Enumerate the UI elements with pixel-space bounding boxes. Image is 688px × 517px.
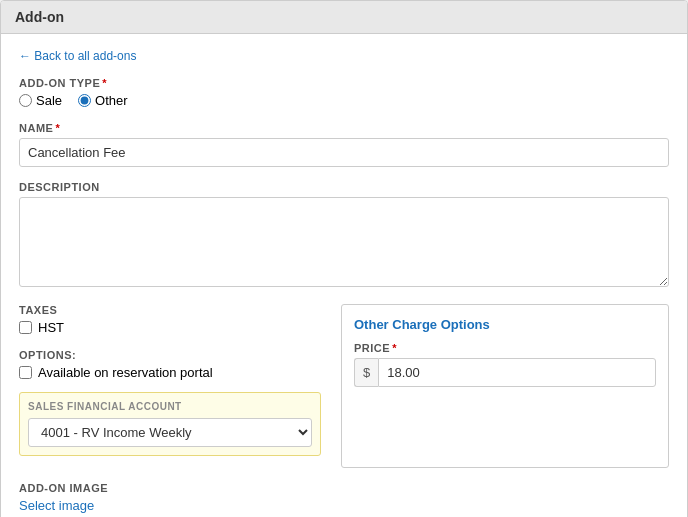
description-group: DESCRIPTION — [19, 181, 669, 290]
radio-sale-label[interactable]: Sale — [19, 93, 62, 108]
options-label: OPTIONS: — [19, 349, 321, 361]
description-label: DESCRIPTION — [19, 181, 669, 193]
addon-window: Add-on ← Back to all add-ons ADD-ON TYPE… — [0, 0, 688, 517]
radio-other-text: Other — [95, 93, 128, 108]
window-title: Add-on — [1, 1, 687, 34]
sales-account-label: SALES FINANCIAL ACCOUNT — [28, 401, 312, 412]
price-input[interactable] — [378, 358, 656, 387]
reservation-portal-checkbox[interactable] — [19, 366, 32, 379]
hst-label[interactable]: HST — [38, 320, 64, 335]
addon-type-label: ADD-ON TYPE* — [19, 77, 669, 89]
addon-type-required: * — [102, 77, 107, 89]
radio-sale[interactable] — [19, 94, 32, 107]
left-col: TAXES HST OPTIONS: Available on reservat… — [19, 304, 321, 468]
radio-other-label[interactable]: Other — [78, 93, 128, 108]
options-group: OPTIONS: Available on reservation portal — [19, 349, 321, 380]
reservation-portal-group: Available on reservation portal — [19, 365, 321, 380]
taxes-label: TAXES — [19, 304, 321, 316]
sales-account-select[interactable]: 4001 - RV Income Weekly — [28, 418, 312, 447]
select-image-link[interactable]: Select image — [19, 498, 94, 513]
price-label: PRICE* — [354, 342, 656, 354]
price-row: $ — [354, 358, 656, 387]
name-group: NAME* — [19, 122, 669, 167]
radio-sale-text: Sale — [36, 93, 62, 108]
sales-account-box: SALES FINANCIAL ACCOUNT 4001 - RV Income… — [19, 392, 321, 456]
radio-other[interactable] — [78, 94, 91, 107]
addon-type-radios: Sale Other — [19, 93, 669, 108]
content-area: ← Back to all add-ons ADD-ON TYPE* Sale … — [1, 34, 687, 517]
addon-image-label: ADD-ON IMAGE — [19, 482, 669, 494]
hst-checkbox[interactable] — [19, 321, 32, 334]
back-to-addons-link[interactable]: ← Back to all add-ons — [19, 49, 136, 63]
reservation-portal-label[interactable]: Available on reservation portal — [38, 365, 213, 380]
description-input[interactable] — [19, 197, 669, 287]
name-input[interactable] — [19, 138, 669, 167]
name-label: NAME* — [19, 122, 669, 134]
other-charge-title: Other Charge Options — [354, 317, 656, 332]
other-charge-options-box: Other Charge Options PRICE* $ — [341, 304, 669, 468]
addon-type-group: ADD-ON TYPE* Sale Other — [19, 77, 669, 108]
two-col-section: TAXES HST OPTIONS: Available on reservat… — [19, 304, 669, 468]
price-group: PRICE* $ — [354, 342, 656, 387]
addon-image-section: ADD-ON IMAGE Select image — [19, 482, 669, 513]
hst-checkbox-group: HST — [19, 320, 321, 335]
currency-symbol: $ — [354, 358, 378, 387]
taxes-group: TAXES HST — [19, 304, 321, 335]
